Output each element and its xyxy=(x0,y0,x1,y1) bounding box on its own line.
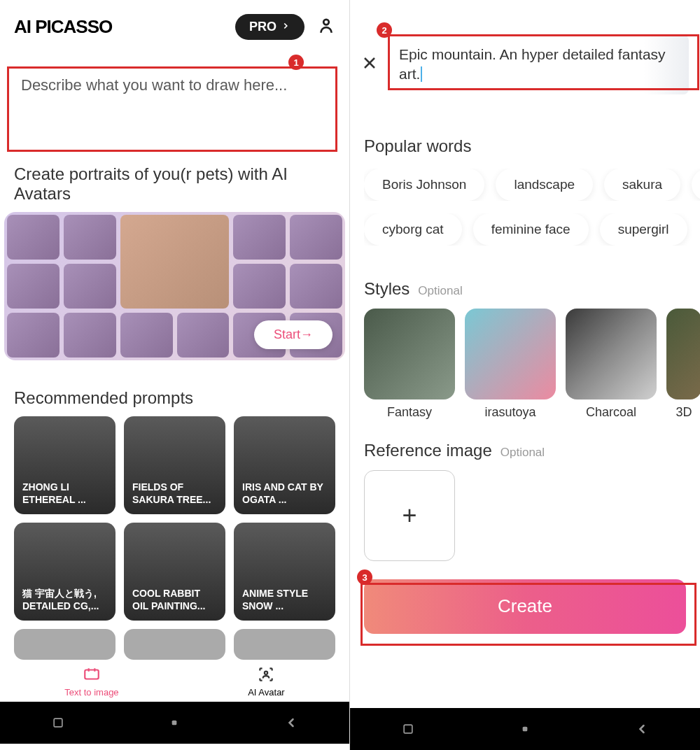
prompt-card[interactable]: FIELDS OF SAKURA TREE... xyxy=(124,416,225,514)
styles-heading: Styles Optional xyxy=(364,279,686,299)
pro-label: PRO xyxy=(249,20,276,34)
popular-word-chip[interactable]: cyborg cat xyxy=(364,213,462,246)
style-thumbnail xyxy=(364,309,455,399)
style-thumbnail xyxy=(465,309,556,399)
svg-rect-4 xyxy=(172,721,177,726)
recommended-prompt-grid: ZHONG LI ETHEREAL ... FIELDS OF SAKURA T… xyxy=(14,416,335,660)
app-logo: AI PICASSO xyxy=(14,16,112,38)
nav-home-button[interactable] xyxy=(167,716,181,730)
svg-point-0 xyxy=(323,19,329,24)
chevron-right-icon xyxy=(281,20,290,34)
style-label: 3D xyxy=(666,405,700,420)
prompt-card[interactable]: 猫 宇宙人と戦う, DETAILED CG,... xyxy=(14,523,115,621)
style-label: irasutoya xyxy=(465,405,556,420)
prompt-card[interactable]: ZHONG LI ETHEREAL ... xyxy=(14,416,115,514)
prompt-card[interactable] xyxy=(14,629,115,660)
prompt-card[interactable] xyxy=(124,629,225,660)
create-button[interactable]: Create xyxy=(364,579,686,634)
avatar-banner[interactable]: Start→ xyxy=(4,212,345,360)
style-item[interactable]: 3D xyxy=(666,309,700,420)
avatars-heading: Create portraits of you(r pets) with AI … xyxy=(14,164,335,204)
popular-word-chip[interactable]: Boris Johnson xyxy=(364,169,484,201)
plus-icon: + xyxy=(402,501,416,530)
svg-rect-7 xyxy=(404,725,412,733)
bottom-tabs: Text to image AI Avatar xyxy=(0,660,349,702)
text-to-image-icon xyxy=(83,665,101,686)
style-thumbnail xyxy=(666,309,700,399)
svg-rect-8 xyxy=(523,727,528,732)
android-nav-bar xyxy=(0,702,349,744)
svg-rect-3 xyxy=(54,719,62,727)
prompt-card[interactable]: IRIS AND CAT BY OGATA ... xyxy=(234,416,335,514)
popular-word-chip[interactable]: supergirl xyxy=(600,213,687,246)
style-item[interactable]: Charcoal xyxy=(566,309,657,420)
reference-image-heading: Reference image Optional xyxy=(364,441,686,460)
prompt-card[interactable] xyxy=(234,629,335,660)
recommended-heading: Recommended prompts xyxy=(14,388,335,408)
popular-words-heading: Popular words xyxy=(364,136,686,156)
start-button[interactable]: Start→ xyxy=(254,320,332,349)
nav-home-button[interactable] xyxy=(518,722,532,736)
text-cursor xyxy=(421,66,422,82)
style-item[interactable]: irasutoya xyxy=(465,309,556,420)
prompt-card[interactable]: COOL RABBIT OIL PAINTING... xyxy=(124,523,225,621)
svg-rect-1 xyxy=(85,670,99,679)
nav-back-button[interactable] xyxy=(635,722,649,736)
prompt-input[interactable]: Describe what you want to draw here... xyxy=(14,66,335,136)
tab-text-to-image[interactable]: Text to image xyxy=(64,665,118,698)
popular-words-row: cyborg cat feminine face supergirl xyxy=(364,213,700,246)
style-label: Charcoal xyxy=(566,405,657,420)
popular-word-chip[interactable]: lake xyxy=(692,169,700,201)
popular-word-chip[interactable]: sakura xyxy=(604,169,680,201)
reference-image-add[interactable]: + xyxy=(364,470,455,561)
prompt-text: Epic mountain. An hyper detailed fantasy… xyxy=(399,46,666,82)
nav-recents-button[interactable] xyxy=(401,722,415,736)
optional-label: Optional xyxy=(418,284,462,298)
nav-back-button[interactable] xyxy=(284,716,298,730)
styles-row: Fantasy irasutoya Charcoal 3D xyxy=(364,309,700,420)
tab-label: Text to image xyxy=(64,687,118,698)
prompt-input-filled[interactable]: Epic mountain. An hyper detailed fantasy… xyxy=(388,35,689,94)
pro-button[interactable]: PRO xyxy=(235,14,304,40)
callout-badge-3: 3 xyxy=(357,569,372,585)
popular-word-chip[interactable]: landscape xyxy=(496,169,593,201)
close-button[interactable] xyxy=(361,55,378,74)
app-header: AI PICASSO PRO xyxy=(0,0,349,47)
optional-label: Optional xyxy=(500,446,545,460)
android-nav-bar xyxy=(350,708,700,750)
tab-label: AI Avatar xyxy=(248,687,285,698)
user-icon[interactable] xyxy=(317,17,335,38)
prompt-card[interactable]: ANIME STYLE SNOW ... xyxy=(234,523,335,621)
popular-words-row: Boris Johnson landscape sakura lake xyxy=(364,169,700,201)
nav-recents-button[interactable] xyxy=(51,716,65,730)
callout-badge-1: 1 xyxy=(288,55,304,70)
popular-word-chip[interactable]: feminine face xyxy=(473,213,589,246)
callout-badge-2: 2 xyxy=(377,22,392,38)
style-label: Fantasy xyxy=(364,405,455,420)
tab-ai-avatar[interactable]: AI Avatar xyxy=(248,665,285,698)
style-item[interactable]: Fantasy xyxy=(364,309,455,420)
style-thumbnail xyxy=(566,309,657,399)
ai-avatar-icon xyxy=(257,665,275,686)
svg-point-2 xyxy=(265,672,267,674)
